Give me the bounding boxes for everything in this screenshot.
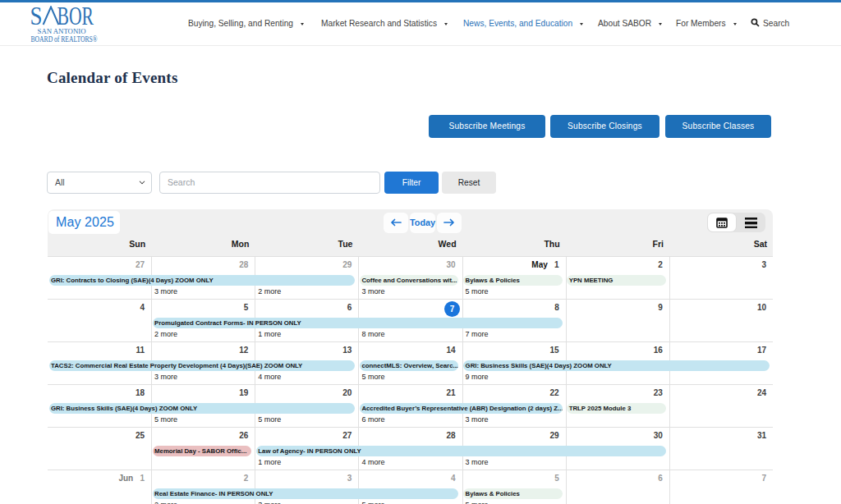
svg-text:BOARD of REALTORS®: BOARD of REALTORS® — [31, 34, 98, 44]
